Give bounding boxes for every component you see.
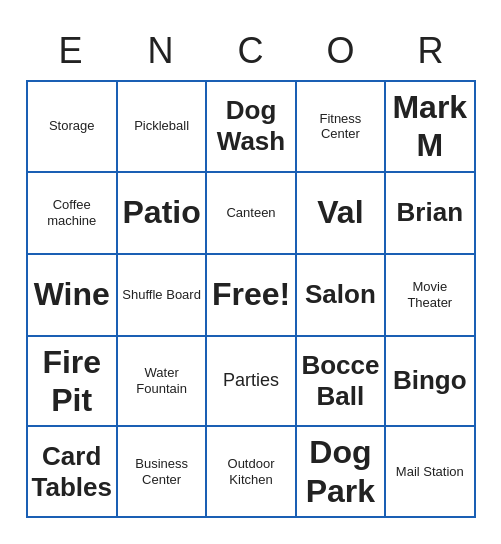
header-letter-o: O [296,26,386,76]
header-letter-e: E [26,26,116,76]
cell-r3-c0: Fire Pit [28,337,118,428]
cell-text-r3-c0: Fire Pit [32,343,112,420]
bingo-grid: StoragePickleballDog WashFitness CenterM… [26,80,476,518]
cell-text-r3-c2: Parties [223,370,279,392]
bingo-header: ENCOR [26,26,476,76]
cell-r3-c1: Water Fountain [118,337,207,428]
cell-text-r1-c3: Val [317,193,363,231]
cell-text-r3-c1: Water Fountain [122,365,201,396]
cell-r1-c1: Patio [118,173,207,255]
cell-text-r0-c1: Pickleball [134,118,189,134]
cell-r3-c3: Bocce Ball [297,337,386,428]
cell-text-r4-c1: Business Center [122,456,201,487]
cell-text-r4-c0: Card Tables [32,441,112,503]
cell-r0-c4: Mark M [386,82,475,173]
cell-text-r0-c4: Mark M [390,88,469,165]
cell-text-r0-c0: Storage [49,118,95,134]
cell-r2-c1: Shuffle Board [118,255,207,337]
cell-r0-c2: Dog Wash [207,82,296,173]
cell-r2-c3: Salon [297,255,386,337]
cell-r1-c3: Val [297,173,386,255]
header-letter-r: R [386,26,476,76]
cell-text-r0-c3: Fitness Center [301,111,380,142]
cell-text-r3-c3: Bocce Ball [301,350,380,412]
cell-text-r1-c4: Brian [397,197,463,228]
cell-r2-c2: Free! [207,255,296,337]
cell-r1-c4: Brian [386,173,475,255]
cell-text-r2-c0: Wine [34,275,110,313]
cell-text-r4-c3: Dog Park [301,433,380,510]
cell-r1-c0: Coffee machine [28,173,118,255]
cell-r3-c2: Parties [207,337,296,428]
cell-text-r1-c1: Patio [123,193,201,231]
cell-r4-c4: Mail Station [386,427,475,518]
header-letter-n: N [116,26,206,76]
cell-r0-c1: Pickleball [118,82,207,173]
cell-text-r1-c0: Coffee machine [32,197,112,228]
cell-r2-c4: Movie Theater [386,255,475,337]
cell-r4-c3: Dog Park [297,427,386,518]
cell-text-r4-c4: Mail Station [396,464,464,480]
cell-text-r1-c2: Canteen [226,205,275,221]
cell-text-r0-c2: Dog Wash [211,95,290,157]
cell-text-r2-c4: Movie Theater [390,279,469,310]
cell-r2-c0: Wine [28,255,118,337]
cell-text-r2-c3: Salon [305,279,376,310]
cell-r4-c0: Card Tables [28,427,118,518]
cell-r0-c0: Storage [28,82,118,173]
cell-r4-c1: Business Center [118,427,207,518]
cell-text-r2-c1: Shuffle Board [122,287,201,303]
cell-r0-c3: Fitness Center [297,82,386,173]
bingo-card: ENCOR StoragePickleballDog WashFitness C… [16,16,486,528]
header-letter-c: C [206,26,296,76]
cell-text-r4-c2: Outdoor Kitchen [211,456,290,487]
cell-r1-c2: Canteen [207,173,296,255]
cell-text-r2-c2: Free! [212,275,290,313]
cell-text-r3-c4: Bingo [393,365,467,396]
cell-r4-c2: Outdoor Kitchen [207,427,296,518]
cell-r3-c4: Bingo [386,337,475,428]
